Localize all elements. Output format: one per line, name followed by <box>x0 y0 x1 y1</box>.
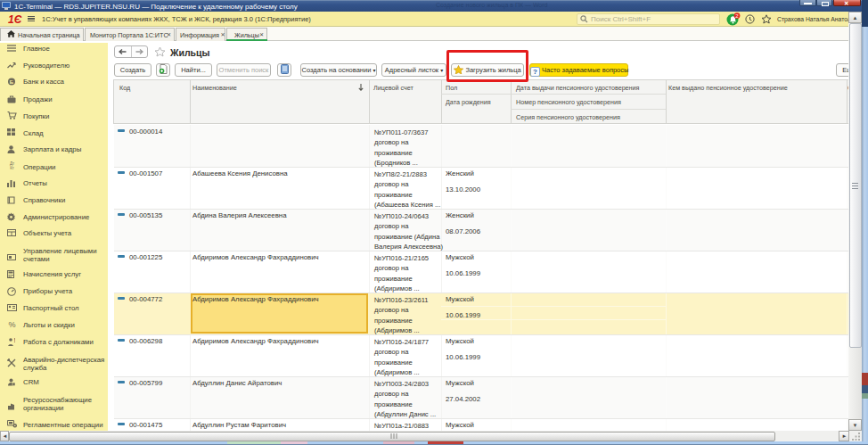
svg-text:Б: Б <box>10 79 14 85</box>
svg-text:!: ! <box>14 338 16 343</box>
